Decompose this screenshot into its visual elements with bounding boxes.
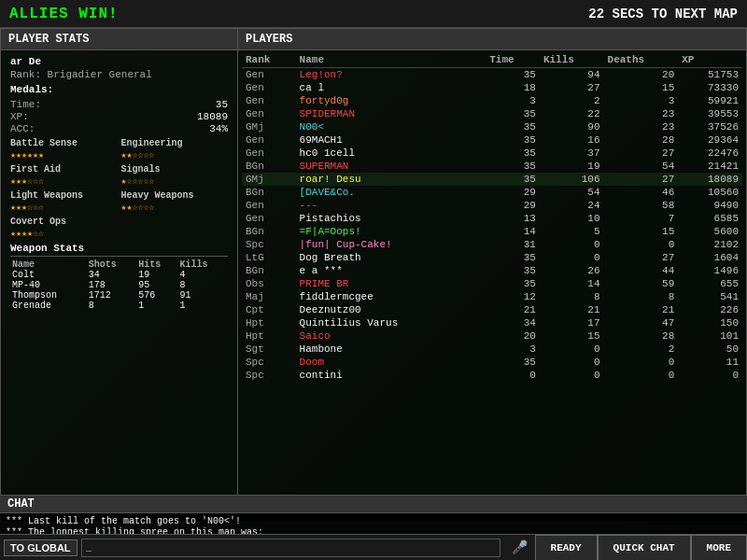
weapon-stats-section: Weapon Stats NameShotsHitsKills Colt3419… xyxy=(10,243,228,311)
player-stat: 3 xyxy=(486,343,540,356)
player-stat: 14 xyxy=(486,225,540,238)
player-stat: 655 xyxy=(678,277,742,290)
player-flag xyxy=(473,133,486,147)
player-row: GMjN00<35902337526 xyxy=(242,120,742,133)
player-stat: 29364 xyxy=(678,133,742,147)
player-stat: 10 xyxy=(540,212,604,225)
player-name: fortyd0g xyxy=(296,94,473,107)
player-stat: 541 xyxy=(678,290,742,303)
to-global-button[interactable]: TO GLOBAL xyxy=(4,539,78,556)
weapon-col-header: Kills xyxy=(177,259,228,270)
player-stat: 35 xyxy=(486,277,540,290)
player-name: Doom xyxy=(296,356,473,369)
skill-item: Covert Ops★★★★☆☆ xyxy=(10,217,118,239)
weapon-cell: 4 xyxy=(177,270,228,280)
mic-icon: 🎤 xyxy=(504,539,535,555)
player-row: BGne a ***3526441496 xyxy=(242,264,742,277)
player-rank: GMj xyxy=(242,120,296,133)
player-stat: 35 xyxy=(486,264,540,277)
weapon-row: MP-40178958 xyxy=(10,280,228,290)
player-stat: 2102 xyxy=(678,238,742,251)
chat-text-input[interactable] xyxy=(81,539,500,557)
time-stat: Time: 35 xyxy=(10,99,228,110)
quick-chat-button[interactable]: QUICK CHAT xyxy=(598,535,691,561)
player-name: contini xyxy=(296,369,473,382)
player-stat: 27 xyxy=(604,173,679,186)
player-stat: 35 xyxy=(486,120,540,133)
player-name: |fun| Cup-Cake! xyxy=(296,238,473,251)
player-stat: 58 xyxy=(604,199,679,212)
player-row: BGn[DAVE&Co.29544610560 xyxy=(242,186,742,199)
player-stat: 14 xyxy=(540,277,604,290)
player-name: 69MACH1 xyxy=(296,133,473,147)
weapon-cell: 8 xyxy=(177,280,228,290)
main-layout: PLAYER STATS ar De Rank: Brigadier Gener… xyxy=(0,28,747,523)
player-flag xyxy=(473,81,486,94)
player-stat: 0 xyxy=(604,369,679,382)
player-name: Hambone xyxy=(296,343,473,356)
player-stat: 44 xyxy=(604,264,679,277)
weapon-table: NameShotsHitsKills Colt34194MP-40178958T… xyxy=(10,259,228,311)
player-row: Spccontini0000 xyxy=(242,369,742,382)
weapon-row: Grenade811 xyxy=(10,301,228,311)
player-stat: 21 xyxy=(540,303,604,316)
player-row: GenLeg!on?35942051753 xyxy=(242,68,742,82)
chat-line: *** Last kill of the match goes to 'N00<… xyxy=(6,516,741,526)
player-row: Majfiddlermcgee1288541 xyxy=(242,290,742,303)
weapon-cell: 8 xyxy=(87,301,137,311)
weapon-row: Colt34194 xyxy=(10,270,228,280)
player-stat: 226 xyxy=(678,303,742,316)
player-row: SgtHambone30250 xyxy=(242,343,742,356)
more-button[interactable]: MORE xyxy=(691,535,747,561)
player-rank: BGn xyxy=(242,186,296,199)
player-flag xyxy=(473,303,486,316)
players-col-header: XP xyxy=(678,52,742,68)
player-stat: 2 xyxy=(540,94,604,107)
player-flag xyxy=(473,225,486,238)
player-row: ObsPRIME BR351459655 xyxy=(242,277,742,290)
player-stat: 101 xyxy=(678,329,742,343)
player-stat: 22476 xyxy=(678,147,742,160)
acc-value: 34% xyxy=(209,123,228,134)
player-stat: 47 xyxy=(604,316,679,329)
player-row: CptDeeznutz00212121226 xyxy=(242,303,742,316)
player-stat: 27 xyxy=(540,81,604,94)
player-stat: 94 xyxy=(540,68,604,82)
player-stat: 22 xyxy=(540,107,604,120)
players-header: PLAYERS xyxy=(238,29,746,50)
player-flag xyxy=(473,251,486,264)
time-value: 35 xyxy=(216,99,228,110)
player-rank: Gen xyxy=(242,199,296,212)
player-row: BGn=F|A=Oops!145155600 xyxy=(242,225,742,238)
weapon-cell: 1 xyxy=(177,301,228,311)
player-stat: 16 xyxy=(540,133,604,147)
player-stat: 9490 xyxy=(678,199,742,212)
player-stat: 35 xyxy=(486,173,540,186)
player-flag xyxy=(473,94,486,107)
player-name: Deeznutz00 xyxy=(296,303,473,316)
timer-text: 22 SECS TO NEXT MAP xyxy=(588,7,738,21)
player-stat: 18 xyxy=(486,81,540,94)
players-col-header: Rank xyxy=(242,52,296,68)
players-panel: PLAYERS RankNameTimeKillsDeathsXP GenLeg… xyxy=(238,28,747,523)
weapon-cell: Grenade xyxy=(10,301,87,311)
ready-button[interactable]: READY xyxy=(535,535,598,561)
player-stats-panel: PLAYER STATS ar De Rank: Brigadier Gener… xyxy=(0,28,238,523)
player-row: GenPistachios131076585 xyxy=(242,212,742,225)
xp-value: 18089 xyxy=(197,111,228,122)
player-stat: 54 xyxy=(540,186,604,199)
player-stat: 0 xyxy=(604,356,679,369)
weapon-cell: 95 xyxy=(136,280,177,290)
player-stat: 29 xyxy=(486,199,540,212)
players-table: RankNameTimeKillsDeathsXP GenLeg!on?3594… xyxy=(242,52,742,382)
player-rank: Hpt xyxy=(242,329,296,343)
player-name: fiddlermcgee xyxy=(296,290,473,303)
player-rank: Gen xyxy=(242,68,296,82)
player-flag xyxy=(473,160,486,173)
xp-stat: XP: 18089 xyxy=(10,111,228,122)
player-rank: BGn xyxy=(242,160,296,173)
player-stat: 19 xyxy=(540,160,604,173)
players-col-header: Time xyxy=(486,52,540,68)
acc-stat: ACC: 34% xyxy=(10,123,228,134)
player-stat: 51753 xyxy=(678,68,742,82)
